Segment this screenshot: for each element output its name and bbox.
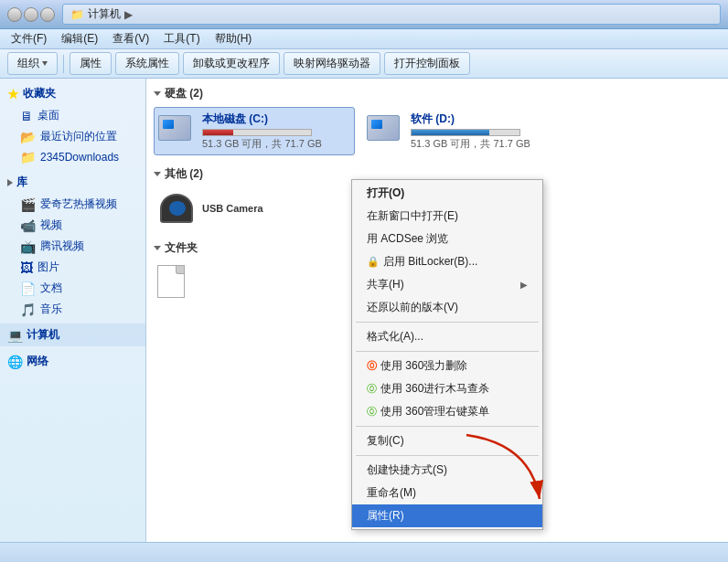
ctx-share-arrow-icon: ▶ [520, 280, 528, 290]
ctx-restore[interactable]: 还原以前的版本(V) [352, 296, 542, 319]
nav-back-button[interactable] [7, 7, 22, 22]
network-icon: 🌐 [7, 355, 23, 369]
ctx-create-shortcut[interactable]: 创建快捷方式(S) [352, 459, 542, 482]
menu-bar: 文件(F) 编辑(E) 查看(V) 工具(T) 帮助(H) [0, 29, 728, 49]
address-bar[interactable]: 📁 计算机 ▶ [62, 4, 721, 25]
lock-icon: 🔒 [367, 256, 380, 268]
desktop-icon: 🖥 [20, 109, 33, 123]
drive-c-name: 本地磁盘 (C:) [202, 111, 350, 127]
tencent-video-icon: 📺 [20, 239, 36, 254]
library-section: 库 🎬 爱奇艺热播视频 📹 视频 📺 腾讯视频 🖼 图片 📄 文档 [0, 171, 145, 320]
music-icon: 🎵 [20, 302, 36, 317]
360-scan-icon: ⓪ [367, 382, 377, 396]
webcam-name: USB Camera [202, 203, 350, 214]
properties-button[interactable]: 属性 [70, 52, 112, 75]
network-header[interactable]: 🌐 网络 [0, 350, 145, 373]
ctx-bitlocker[interactable]: 🔒 启用 BitLocker(B)... [352, 250, 542, 273]
folder-item[interactable] [154, 261, 227, 302]
map-network-button[interactable]: 映射网络驱动器 [284, 52, 380, 75]
other-triangle-icon [154, 172, 161, 176]
sidebar-item-tencent-video[interactable]: 📺 腾讯视频 [0, 236, 145, 257]
drive-hdd-c [158, 115, 191, 141]
sidebar-item-video[interactable]: 📹 视频 [0, 215, 145, 236]
sidebar-item-music[interactable]: 🎵 音乐 [0, 299, 145, 320]
menu-edit[interactable]: 编辑(E) [54, 29, 105, 48]
device-webcam[interactable]: USB Camera [154, 187, 355, 229]
computer-label: 计算机 [27, 327, 59, 343]
folder-file-icon [157, 265, 185, 298]
title-bar: 📁 计算机 ▶ [0, 0, 728, 29]
downloads-icon: 📁 [20, 150, 36, 164]
uninstall-button[interactable]: 卸载或更改程序 [183, 52, 280, 75]
nav-up-button[interactable] [40, 7, 55, 22]
ctx-format[interactable]: 格式化(A)... [352, 325, 542, 348]
sidebar: ★ 收藏夹 🖥 桌面 📂 最近访问的位置 📁 2345Downloads 库 [0, 79, 146, 542]
favorites-label: 收藏夹 [23, 86, 56, 101]
organize-button[interactable]: 组织 [7, 52, 58, 75]
nav-forward-button[interactable] [24, 7, 38, 22]
folder-icon-small: 📁 [70, 8, 84, 21]
ctx-rename[interactable]: 重命名(M) [352, 482, 542, 504]
ctx-acdsee[interactable]: 用 ACDSee 浏览 [352, 228, 542, 250]
360-menu-icon: ⓪ [367, 405, 377, 419]
system-properties-button[interactable]: 系统属性 [115, 52, 179, 75]
main-area: ★ 收藏夹 🖥 桌面 📂 最近访问的位置 📁 2345Downloads 库 [0, 79, 728, 542]
hard-disks-title: 硬盘 (2) [154, 86, 721, 101]
drive-c[interactable]: 本地磁盘 (C:) 51.3 GB 可用，共 71.7 GB [154, 107, 355, 155]
docs-icon: 📄 [20, 281, 36, 296]
menu-help[interactable]: 帮助(H) [208, 29, 260, 48]
drive-d-bar-fill [412, 130, 489, 135]
ctx-separator-3 [356, 426, 539, 427]
drive-c-size: 51.3 GB 可用，共 71.7 GB [202, 137, 350, 151]
sidebar-item-recent[interactable]: 📂 最近访问的位置 [0, 126, 145, 147]
favorites-section: ★ 收藏夹 🖥 桌面 📂 最近访问的位置 📁 2345Downloads [0, 82, 145, 167]
hard-disks-triangle-icon [154, 91, 161, 96]
360-delete-icon: ⓪ [367, 359, 377, 373]
drive-c-info: 本地磁盘 (C:) 51.3 GB 可用，共 71.7 GB [202, 111, 350, 151]
ctx-separator-1 [356, 322, 539, 323]
ctx-share[interactable]: 共享(H) ▶ [352, 273, 542, 296]
computer-header[interactable]: 💻 计算机 [0, 323, 145, 346]
ctx-separator-2 [356, 351, 539, 352]
computer-section: 💻 计算机 [0, 323, 145, 346]
webcam-icon [158, 192, 195, 225]
content-area: 硬盘 (2) 本地磁盘 (C:) 51.3 GB 可用，共 71.7 GB [146, 79, 728, 542]
drive-c-bar-fill [203, 130, 233, 135]
nav-buttons [7, 7, 55, 22]
ctx-copy[interactable]: 复制(C) [352, 429, 542, 452]
drive-d-info: 软件 (D:) 51.3 GB 可用，共 71.7 GB [411, 111, 559, 151]
organize-dropdown-icon [42, 61, 48, 66]
ctx-separator-4 [356, 455, 539, 456]
menu-tools[interactable]: 工具(T) [156, 29, 207, 48]
library-label: 库 [16, 175, 27, 190]
ctx-360-delete[interactable]: ⓪ 使用 360强力删除 [352, 355, 542, 377]
menu-view[interactable]: 查看(V) [105, 29, 156, 48]
drive-d-name: 软件 (D:) [411, 111, 559, 127]
toolbar-separator-1 [63, 55, 64, 73]
ctx-properties[interactable]: 属性(R) [352, 504, 542, 527]
drive-hdd-d [367, 115, 400, 141]
sidebar-item-pictures[interactable]: 🖼 图片 [0, 257, 145, 278]
favorites-header[interactable]: ★ 收藏夹 [0, 82, 145, 105]
sidebar-item-docs[interactable]: 📄 文档 [0, 278, 145, 299]
sidebar-item-iqiyi[interactable]: 🎬 爱奇艺热播视频 [0, 194, 145, 215]
drive-c-bar-bg [202, 129, 312, 136]
drive-d[interactable]: 软件 (D:) 51.3 GB 可用，共 71.7 GB [362, 107, 563, 155]
drives-grid: 本地磁盘 (C:) 51.3 GB 可用，共 71.7 GB 软件 (D:) [154, 107, 721, 155]
menu-file[interactable]: 文件(F) [4, 29, 54, 48]
sidebar-item-desktop[interactable]: 🖥 桌面 [0, 105, 145, 126]
ctx-open-new-window[interactable]: 在新窗口中打开(E) [352, 205, 542, 228]
ctx-360-scan[interactable]: ⓪ 使用 360进行木马查杀 [352, 377, 542, 400]
iqiyi-icon: 🎬 [20, 197, 36, 212]
context-menu: 打开(O) 在新窗口中打开(E) 用 ACDSee 浏览 🔒 启用 BitLoc… [351, 179, 543, 530]
webcam-info: USB Camera [202, 203, 350, 214]
sidebar-item-downloads[interactable]: 📁 2345Downloads [0, 147, 145, 167]
ctx-open[interactable]: 打开(O) [352, 182, 542, 205]
drive-c-icon [158, 115, 195, 148]
library-triangle-icon [7, 179, 13, 186]
library-header[interactable]: 库 [0, 171, 145, 194]
status-bar [0, 542, 728, 562]
path-separator: ▶ [124, 8, 133, 21]
open-control-panel-button[interactable]: 打开控制面板 [384, 52, 470, 75]
ctx-360-menu[interactable]: ⓪ 使用 360管理右键菜单 [352, 400, 542, 423]
